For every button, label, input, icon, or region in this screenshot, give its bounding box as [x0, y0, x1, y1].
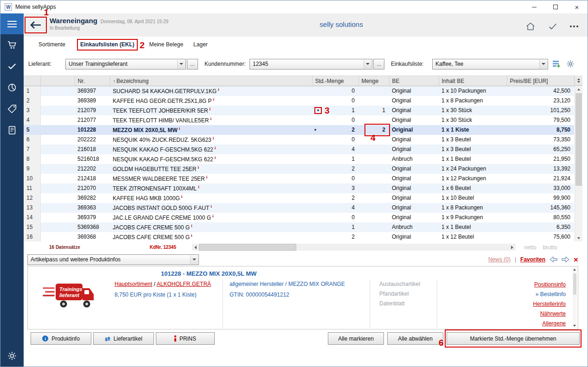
cell-menge[interactable] [358, 222, 389, 232]
sidebar-item-settings[interactable] [0, 345, 24, 367]
positionsinfo-link[interactable]: Positionsinfo [534, 281, 566, 288]
table-row[interactable]: 4212077TEEK TEEFLOTT HIMB/ VANILLE5ERi0O… [24, 115, 574, 125]
article-info-icon[interactable]: i [213, 97, 214, 101]
table-row[interactable]: 16369368JACOBS CAFE CREME 500 Gi2Origina… [24, 232, 574, 242]
cell-menge[interactable] [358, 96, 389, 106]
article-info-icon[interactable]: i [206, 175, 208, 179]
einkaufsliste-select[interactable]: Kaffee, Tee [432, 59, 548, 70]
vertical-scrollbar[interactable] [575, 76, 582, 241]
detail-scrollbar[interactable] [573, 267, 577, 328]
back-button[interactable]: 1 [26, 18, 45, 32]
table-row[interactable]: 11212070TEEK ZITRONENSAFT 100X4MLi3Origi… [24, 184, 574, 193]
tab-meine-belege[interactable]: Meine Belege [149, 41, 183, 48]
kundennummer-more-button[interactable]: ... [373, 59, 384, 70]
article-info-icon[interactable]: i [213, 136, 214, 140]
prins-button[interactable]: PRiNS [156, 332, 215, 345]
prev-arrow-icon[interactable] [550, 256, 557, 263]
article-info-icon[interactable]: i [179, 126, 180, 131]
article-info-icon[interactable]: i [191, 223, 192, 228]
hauptsortiment-link[interactable]: Hauptsortiment [115, 281, 152, 287]
allergene-link[interactable]: Allergene [542, 320, 566, 327]
herstellerinfo-link[interactable]: Herstellerinfo [533, 301, 566, 307]
sidebar-item-prices[interactable] [0, 98, 24, 120]
scroll-up-icon[interactable] [575, 86, 582, 93]
cell-menge[interactable] [358, 86, 389, 96]
table-row[interactable]: 85216018NESQUIK KAKAO F-GESCHM.5KG 622i1… [24, 154, 574, 164]
table-row[interactable]: 7216018NESQUIK KAKAO F-GESCHM.5KG 622i4O… [24, 145, 574, 154]
col-menge[interactable]: Menge [358, 76, 389, 86]
col-be[interactable]: BE [389, 76, 439, 86]
alle-markieren-button[interactable]: Alle markieren [328, 332, 384, 345]
detail-view-select[interactable]: Artikelpass und weitere Produktinfos [27, 254, 199, 265]
table-row[interactable]: 13369363JACOBS INSTANT GOLD 500G F.AUTi4… [24, 203, 574, 213]
sidebar-item-catalog[interactable] [0, 120, 24, 141]
horizontal-scrollbar[interactable] [192, 244, 516, 251]
hscroll-thumb[interactable] [199, 244, 296, 251]
article-info-icon[interactable]: i [215, 155, 216, 160]
col-preis[interactable]: Preis/BE [EUR] [507, 76, 574, 86]
scrollbar-thumb[interactable] [575, 93, 582, 186]
article-info-icon[interactable]: i [212, 214, 214, 218]
naehrwerte-link[interactable]: Nährwerte [540, 310, 566, 317]
detail-scrollbar-thumb[interactable] [573, 273, 576, 295]
more-menu-icon[interactable] [570, 21, 578, 32]
hscroll-track[interactable] [199, 244, 509, 251]
cell-menge[interactable] [358, 213, 389, 222]
cell-menge[interactable] [358, 115, 389, 125]
cell-menge[interactable] [358, 193, 389, 203]
sidebar-item-statistics[interactable] [0, 77, 24, 98]
tab-sortimente[interactable]: Sortimente [38, 41, 65, 48]
cell-menge[interactable] [358, 135, 389, 145]
uebernehmen-button[interactable]: Markierte Std.-Menge übernehmen [447, 332, 580, 345]
minimize-button[interactable] [524, 0, 545, 13]
next-arrow-icon[interactable] [562, 256, 569, 263]
cell-menge[interactable]: 24 [358, 125, 389, 135]
sidebar-item-tasks[interactable] [0, 56, 24, 77]
article-info-icon[interactable]: i [191, 233, 192, 238]
article-info-icon[interactable]: i [211, 204, 212, 209]
add-list-icon[interactable] [551, 58, 562, 70]
table-row[interactable]: 155369368JACOBS CAFE CREME 500 Gi1Anbruc… [24, 222, 574, 232]
cell-menge[interactable] [358, 164, 389, 174]
article-info-icon[interactable]: i [181, 194, 183, 199]
article-info-icon[interactable]: i [210, 116, 211, 121]
lieferant-select[interactable]: Unser Trainingslieferant [65, 59, 186, 70]
article-info-icon[interactable]: i [198, 184, 199, 189]
lieferant-more-button[interactable]: ... [187, 59, 198, 70]
table-row[interactable]: 12369282KAFFEE HAG MKB 1000Gi2Original1 … [24, 193, 574, 203]
table-row[interactable]: 6202222NESQUIK 40% ZUCK.REDUZ. 5KG623i0O… [24, 135, 574, 145]
close-button[interactable]: × [566, 0, 588, 13]
table-row[interactable]: 2369389KAFFEE HAG GEGR.GETR.25X1,8G Pi0O… [24, 96, 574, 106]
table-row[interactable]: 1369397SUCHARD S4 KAKAOH.GETRPULV.1KGi0O… [24, 86, 574, 96]
table-row[interactable]: 9212202GOLDM HAGEBUTTE TEE 25ERi2Origina… [24, 164, 574, 174]
cell-menge[interactable] [358, 203, 389, 213]
table-row[interactable]: 3212079TEEK TEEFLOTT JOHBEER/KIR 5ERi311… [24, 106, 574, 115]
sidebar-item-cart[interactable] [0, 34, 24, 56]
article-info-icon[interactable]: i [218, 87, 219, 92]
col-inhalt-be[interactable]: Inhalt BE [439, 76, 507, 86]
col-bezeichnung[interactable]: ↑Bezeichnung [110, 76, 312, 86]
menu-button[interactable] [0, 13, 24, 34]
news-link[interactable]: News (0) [488, 256, 511, 263]
produktinfo-button[interactable]: i Produktinfo [31, 332, 91, 345]
maximize-button[interactable] [545, 0, 566, 13]
cell-menge[interactable]: 1 [358, 106, 389, 115]
scroll-down-icon[interactable] [575, 234, 582, 241]
scroll-left-icon[interactable] [192, 244, 199, 251]
settings-icon[interactable] [565, 58, 576, 70]
bestellinfo-link[interactable]: » Bestellinfo [536, 291, 566, 297]
column-options-icon[interactable] [575, 76, 582, 86]
cell-menge[interactable] [358, 174, 389, 184]
netto-toggle[interactable]: netto [524, 244, 537, 251]
cell-menge[interactable] [358, 232, 389, 242]
alle-abwaehlen-button[interactable]: Alle abwählen [387, 332, 443, 345]
tab-einkaufslisten[interactable]: Einkaufslisten (EKL) 2 [80, 41, 134, 48]
warengruppe-link[interactable]: ALKOHOLFR.GETRÄ [157, 281, 211, 287]
article-info-icon[interactable]: i [210, 107, 211, 111]
kundennummer-select[interactable]: 12345 [249, 59, 372, 70]
lieferartikel-button[interactable]: ⇄ Lieferartikel [93, 332, 154, 345]
article-info-icon[interactable]: i [198, 165, 199, 170]
cell-menge[interactable] [358, 184, 389, 193]
col-std-menge[interactable]: Std.-Menge [312, 76, 358, 86]
table-row[interactable]: 14369379JAC.LE GRAND CAFE CREME 1000 Gi0… [24, 213, 574, 222]
